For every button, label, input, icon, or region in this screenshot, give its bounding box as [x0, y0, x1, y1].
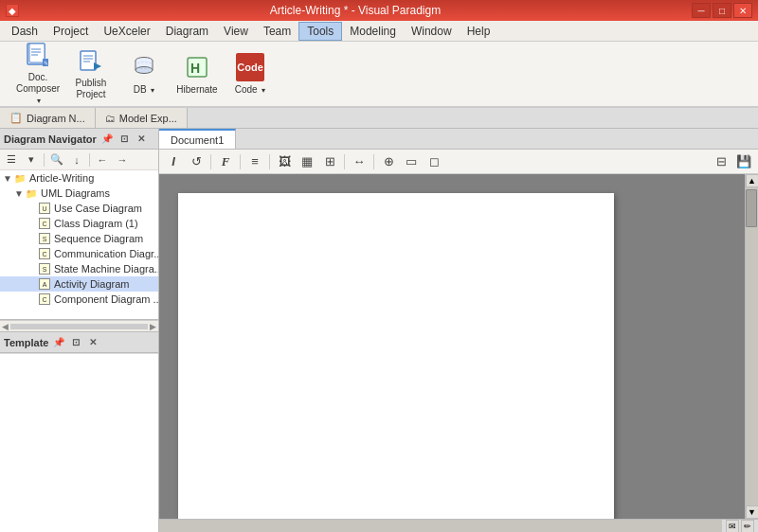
canvas-tool-image[interactable]: 🖼	[274, 151, 295, 172]
tree-root[interactable]: ▼ 📁 Article-Writing	[0, 170, 158, 186]
diagram-nav-tab-label: Diagram N...	[27, 113, 85, 124]
main-toolbar: ✎ Doc.Composer ▾ PublishProject	[0, 42, 758, 108]
tree-hscroll[interactable]: ◀ ▶	[0, 320, 158, 331]
template-header: Template 📌 ⊡ ✕	[0, 332, 158, 353]
tree-component-diagram[interactable]: C Component Diagram ...	[0, 292, 158, 307]
hibernate-button[interactable]: H Hibernate	[172, 48, 222, 99]
scroll-down-button[interactable]: ▼	[746, 505, 759, 519]
menu-team[interactable]: Team	[256, 23, 298, 40]
canvas-tool-resize[interactable]: ↔	[349, 151, 370, 172]
tree-class-diagram[interactable]: C Class Diagram (1)	[0, 216, 158, 231]
vertical-scrollbar[interactable]: ▲ ▼	[745, 174, 758, 519]
model-exp-tab-label: Model Exp...	[119, 113, 177, 124]
db-label: DB ▾	[134, 84, 155, 96]
title-bar-text: Article-Writing * - Visual Paradigm	[270, 4, 441, 17]
hibernate-label: Hibernate	[176, 84, 217, 96]
canvas-tool-format[interactable]: F	[215, 151, 236, 172]
canvas-area: Document1 I ↺ F ≡ 🖼 ▦ ⊞ ↔ ⊕ ▭ ◻ ⊟ 💾	[159, 129, 758, 532]
menu-help[interactable]: Help	[460, 23, 498, 40]
document1-tab[interactable]: Document1	[159, 129, 236, 149]
hibernate-icon: H	[182, 52, 212, 82]
component-icon: C	[38, 293, 51, 306]
canvas-tool-table[interactable]: ▦	[297, 151, 317, 172]
canvas-tool-sep2	[240, 154, 241, 169]
panel-float-button[interactable]: ⊡	[117, 133, 131, 146]
tree-uml-label: UML Diagrams	[41, 187, 110, 199]
nav-toolbar-btn6[interactable]: →	[113, 151, 132, 168]
template-pin-button[interactable]: 📌	[52, 336, 65, 349]
model-explorer-tab[interactable]: 🗂 Model Exp...	[96, 108, 188, 128]
panel-pin-button[interactable]: 📌	[100, 133, 114, 146]
panel-tab-area: 📋 Diagram N... 🗂 Model Exp...	[0, 108, 758, 129]
canvas-tool-grid[interactable]: ⊞	[319, 151, 340, 172]
publish-project-label: PublishProject	[76, 78, 107, 100]
horizontal-scrollbar-row: ✉ ✏	[159, 519, 758, 532]
mail-icon[interactable]: ✉	[726, 520, 739, 533]
nav-toolbar-btn2[interactable]: ▾	[22, 151, 41, 168]
publish-project-button[interactable]: PublishProject	[66, 48, 116, 99]
tree-sequence-diagram[interactable]: S Sequence Diagram	[0, 231, 158, 246]
db-button[interactable]: DB ▾	[119, 48, 169, 99]
title-bar-controls: ─ □ ✕	[692, 3, 752, 18]
tree-usecase-diagram[interactable]: U Use Case Diagram	[0, 201, 158, 216]
close-button[interactable]: ✕	[733, 3, 752, 18]
menu-modeling[interactable]: Modeling	[342, 23, 404, 40]
usecase-expand	[27, 203, 38, 214]
minimize-button[interactable]: ─	[692, 3, 711, 18]
root-folder-icon: 📁	[13, 171, 27, 185]
menu-tools[interactable]: Tools	[298, 22, 342, 41]
tree-sequence-label: Sequence Diagram	[54, 233, 143, 244]
template-title: Template	[4, 337, 48, 348]
uml-expand-icon: ▼	[13, 187, 25, 199]
nav-toolbar-sep1	[44, 153, 45, 167]
code-button[interactable]: Code Code ▾	[226, 48, 275, 99]
scroll-thumb[interactable]	[746, 189, 757, 227]
scroll-up-button[interactable]: ▲	[746, 174, 759, 187]
statemachine-expand	[27, 263, 38, 275]
code-label: Code ▾	[235, 84, 266, 96]
tree-activity-diagram[interactable]: A Activity Diagram	[0, 276, 158, 292]
menu-uexceler[interactable]: UeXceler	[96, 23, 157, 40]
edit-icon[interactable]: ✏	[741, 520, 754, 533]
canvas-tool-save[interactable]: 💾	[733, 151, 754, 172]
scroll-track[interactable]	[746, 187, 759, 505]
diagram-navigator-toolbar: ☰ ▾ 🔍 ↓ ← →	[0, 150, 158, 170]
diagram-navigator-tab[interactable]: 📋 Diagram N...	[0, 108, 96, 128]
template-float-button[interactable]: ⊡	[69, 336, 82, 349]
nav-toolbar-btn3[interactable]: 🔍	[47, 151, 66, 168]
canvas-tool-rect1[interactable]: ▭	[401, 151, 422, 172]
menu-bar: Dash Project UeXceler Diagram View Team …	[0, 21, 758, 42]
document1-tab-label: Document1	[171, 134, 224, 146]
svg-rect-7	[81, 51, 96, 70]
menu-diagram[interactable]: Diagram	[158, 23, 216, 40]
tree-communication-diagram[interactable]: C Communication Diagr...	[0, 246, 158, 261]
nav-toolbar-btn1[interactable]: ☰	[2, 151, 21, 168]
menu-window[interactable]: Window	[404, 23, 460, 40]
panel-close-button[interactable]: ✕	[135, 133, 148, 146]
menu-project[interactable]: Project	[45, 23, 96, 40]
usecase-icon: U	[38, 202, 51, 215]
diagram-nav-icon: 📋	[9, 112, 23, 124]
tree-statemachine-diagram[interactable]: S State Machine Diagra...	[0, 261, 158, 276]
canvas-tool-rect2[interactable]: ◻	[424, 151, 444, 172]
title-bar: ◆ Article-Writing * - Visual Paradigm ─ …	[0, 0, 758, 21]
maximize-button[interactable]: □	[713, 3, 731, 18]
nav-toolbar-btn5[interactable]: ←	[93, 151, 112, 168]
tree-root-label: Article-Writing	[29, 172, 94, 184]
nav-toolbar-btn4[interactable]: ↓	[67, 151, 86, 168]
template-close-button[interactable]: ✕	[86, 336, 99, 349]
tree-class-label: Class Diagram (1)	[54, 218, 138, 229]
h-scroll-track[interactable]	[159, 520, 722, 533]
menu-dash[interactable]: Dash	[4, 23, 45, 40]
canvas-tool-undo[interactable]: ↺	[186, 151, 207, 172]
canvas-toolbar: I ↺ F ≡ 🖼 ▦ ⊞ ↔ ⊕ ▭ ◻ ⊟ 💾	[159, 150, 758, 174]
tree-uml-diagrams[interactable]: ▼ 📁 UML Diagrams	[0, 186, 158, 201]
sequence-expand	[27, 233, 38, 244]
canvas-container[interactable]	[159, 174, 745, 519]
doc-composer-button[interactable]: ✎ Doc.Composer ▾	[13, 48, 63, 99]
menu-view[interactable]: View	[216, 23, 256, 40]
canvas-tool-split[interactable]: ⊟	[711, 151, 731, 172]
canvas-tool-info[interactable]: I	[163, 151, 184, 172]
canvas-tool-lines[interactable]: ≡	[244, 151, 265, 172]
canvas-tool-add[interactable]: ⊕	[378, 151, 399, 172]
